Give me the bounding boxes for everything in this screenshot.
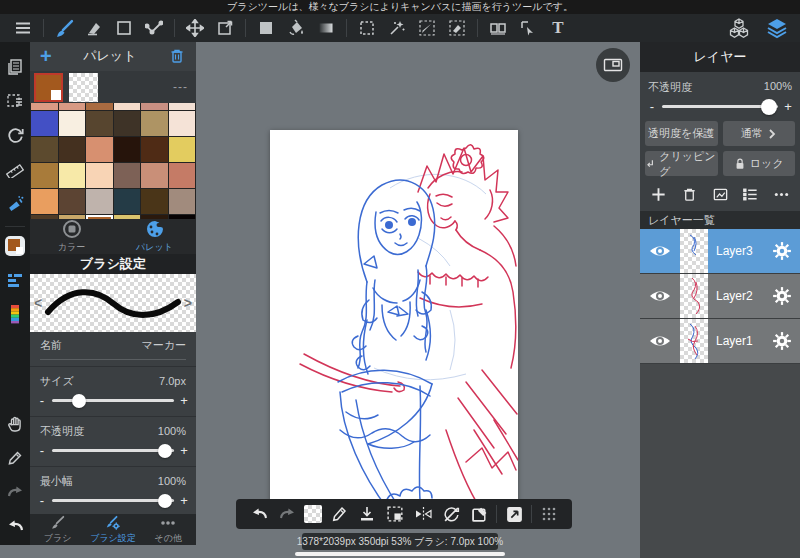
size-slider-track[interactable]	[52, 399, 174, 402]
flip-horizontal-button[interactable]	[412, 503, 434, 525]
palette-color[interactable]	[31, 111, 58, 136]
layer-opacity-knob[interactable]	[761, 99, 777, 115]
layer-settings-button[interactable]	[764, 274, 800, 318]
home-indicator[interactable]	[295, 552, 505, 556]
palette-color[interactable]	[59, 163, 86, 188]
material-cubes-button[interactable]	[724, 16, 754, 40]
undo-canvas-button[interactable]	[248, 503, 270, 525]
layer-settings-button[interactable]	[764, 229, 800, 273]
palette-color[interactable]	[59, 103, 86, 110]
move-tool-button[interactable]	[180, 16, 210, 40]
size-slider-knob[interactable]	[72, 394, 86, 408]
clear-layer-button[interactable]	[468, 503, 490, 525]
tab-palette[interactable]: パレット	[113, 219, 196, 254]
gradient-tool-button[interactable]	[311, 16, 341, 40]
fullscreen-image-button[interactable]	[503, 503, 525, 525]
palette-color[interactable]	[114, 163, 141, 188]
layer-opacity-minus[interactable]: -	[648, 99, 656, 114]
transparent-color-button[interactable]	[304, 505, 322, 523]
palette-color[interactable]	[114, 111, 141, 136]
brush-next-button[interactable]: >	[184, 295, 192, 311]
layer-visibility-toggle[interactable]	[640, 319, 680, 363]
eyedropper-canvas-button[interactable]	[328, 503, 350, 525]
layer-row-layer2[interactable]: Layer2	[640, 274, 800, 319]
layer-opacity-track[interactable]	[662, 105, 778, 108]
drawing-canvas[interactable]	[270, 130, 518, 514]
palette-color[interactable]	[31, 189, 58, 214]
palette-color[interactable]	[141, 103, 168, 110]
erase-select-tool-button[interactable]	[442, 16, 472, 40]
tab-other[interactable]: その他	[141, 514, 196, 545]
bucket-tool-button[interactable]	[281, 16, 311, 40]
select-marquee-tool-button[interactable]	[352, 16, 382, 40]
duplicate-layer-button[interactable]	[712, 186, 729, 203]
minwidth-plus-button[interactable]: +	[180, 493, 188, 508]
brush-tool-button[interactable]	[49, 16, 79, 40]
tab-brush[interactable]: ブラシ	[30, 514, 85, 545]
palette-color[interactable]	[86, 111, 113, 136]
redo-canvas-button[interactable]	[276, 503, 298, 525]
layer-list-options-button[interactable]	[742, 186, 759, 203]
shape-fill-tool-button[interactable]	[251, 16, 281, 40]
brush-name-value[interactable]: マーカー	[141, 338, 186, 353]
layer-thumbnail[interactable]	[680, 319, 708, 363]
palette-color[interactable]	[169, 103, 196, 110]
toolbar-drag-handle[interactable]	[538, 503, 560, 525]
opacity-slider-track[interactable]	[52, 449, 174, 452]
menu-button[interactable]	[8, 16, 38, 40]
opacity-plus-button[interactable]: +	[180, 443, 188, 458]
palette-color[interactable]	[169, 163, 196, 188]
palette-color[interactable]	[31, 103, 58, 110]
clipping-button[interactable]: クリッピング	[645, 151, 718, 176]
polyline-tool-button[interactable]	[139, 16, 169, 40]
layers-panel-button[interactable]	[762, 16, 792, 40]
hand-tool-button[interactable]	[2, 409, 28, 439]
palette-color[interactable]	[86, 137, 113, 162]
redo-button[interactable]	[2, 477, 28, 507]
brush-prev-button[interactable]: <	[34, 295, 42, 311]
add-layer-button[interactable]	[650, 186, 667, 203]
layer-opacity-plus[interactable]: +	[784, 99, 792, 114]
protect-alpha-button[interactable]: 透明度を保護	[645, 121, 718, 146]
palette-color[interactable]	[59, 111, 86, 136]
layer-row-layer3[interactable]: Layer3	[640, 229, 800, 274]
palette-color[interactable]	[86, 103, 113, 110]
select-menu-button[interactable]	[2, 86, 28, 116]
decoration-brush-button[interactable]	[2, 188, 28, 218]
draw-select-tool-button[interactable]	[412, 16, 442, 40]
opacity-slider-knob[interactable]	[158, 444, 172, 458]
panel-divide-tool-button[interactable]	[483, 16, 513, 40]
palette-color[interactable]	[141, 189, 168, 214]
palette-color[interactable]	[169, 189, 196, 214]
layer-thumbnail[interactable]	[680, 274, 708, 318]
palette-color[interactable]	[141, 137, 168, 162]
layer-visibility-toggle[interactable]	[640, 274, 680, 318]
palette-color[interactable]	[31, 163, 58, 188]
palette-trash-button[interactable]	[168, 47, 186, 65]
minwidth-slider-knob[interactable]	[158, 494, 172, 508]
transform-tool-button[interactable]	[210, 16, 240, 40]
minwidth-minus-button[interactable]: -	[38, 493, 46, 508]
delete-layer-button[interactable]	[681, 186, 698, 203]
quick-menu-button[interactable]	[2, 265, 28, 295]
lock-button[interactable]: ロック	[723, 151, 796, 176]
select-display-button[interactable]	[384, 503, 406, 525]
canvas-workspace[interactable]: 1378*2039px 350dpi 53% ブラシ: 7.0px 100%	[196, 42, 640, 558]
minwidth-slider-track[interactable]	[52, 499, 174, 502]
layer-row-layer1[interactable]: Layer1	[640, 319, 800, 364]
palette-color[interactable]	[59, 189, 86, 214]
palette-color[interactable]	[59, 137, 86, 162]
object-select-tool-button[interactable]	[513, 16, 543, 40]
palette-color[interactable]	[141, 163, 168, 188]
palette-color[interactable]	[86, 163, 113, 188]
selected-palette-swatch[interactable]	[34, 73, 63, 102]
save-button[interactable]	[356, 503, 378, 525]
current-color-chip[interactable]	[2, 231, 28, 261]
navigator-button[interactable]	[596, 48, 630, 82]
opacity-minus-button[interactable]: -	[38, 443, 46, 458]
tab-brush-settings[interactable]: ブラシ設定	[85, 514, 140, 545]
material-pages-button[interactable]	[2, 52, 28, 82]
palette-color[interactable]	[31, 137, 58, 162]
palette-color[interactable]	[114, 137, 141, 162]
rotate-reset-button[interactable]	[440, 503, 462, 525]
